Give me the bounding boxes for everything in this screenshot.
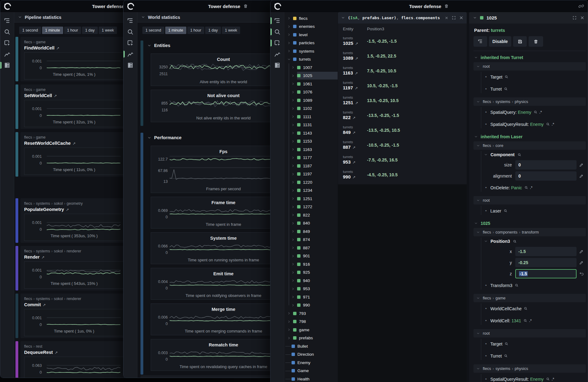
- magnifier-wrap[interactable]: [534, 110, 538, 114]
- result-entity-link[interactable]: 1089↗: [343, 55, 358, 61]
- tree-expand-icon[interactable]: [291, 221, 295, 225]
- delete-button[interactable]: [529, 36, 543, 47]
- field-edit[interactable]: [577, 163, 586, 167]
- component-value-link[interactable]: Enemy: [518, 110, 531, 115]
- magnifier-icon[interactable]: [513, 239, 517, 243]
- sidebar-search-button[interactable]: [127, 28, 134, 36]
- tree-item[interactable]: 1102: [285, 105, 338, 113]
- component-row[interactable]: •OnDelete: Panic.*: [478, 182, 586, 194]
- component-row[interactable]: •WorldCell: 1341.*: [478, 315, 586, 327]
- tree-item[interactable]: 916: [285, 260, 338, 268]
- tree-expand-icon[interactable]: [291, 123, 295, 127]
- time-range-button[interactable]: 1 second: [142, 27, 164, 34]
- field-edit[interactable]: [577, 272, 586, 276]
- tree-expand-icon[interactable]: [291, 115, 295, 118]
- magnifier-icon[interactable]: [517, 153, 521, 157]
- sidebar-chart-button[interactable]: [274, 50, 281, 58]
- tree-item[interactable]: level: [285, 31, 338, 39]
- field-edit[interactable]: [577, 249, 586, 254]
- field-input-z[interactable]: -1.5: [515, 269, 577, 278]
- query-result-row[interactable]: turrets849↗-13.5, -0.25, 10.5: [338, 123, 467, 138]
- tree-expand-icon[interactable]: [291, 172, 295, 176]
- result-entity-link[interactable]: 887↗: [343, 144, 356, 150]
- tree-item[interactable]: 1111: [285, 113, 338, 121]
- tree-item[interactable]: 1007: [285, 63, 338, 71]
- tree-expand-icon[interactable]: [291, 246, 295, 250]
- tree-expand-icon[interactable]: [291, 254, 295, 258]
- query-result-row[interactable]: turrets822↗-13.5, -0.25, -1.5: [338, 109, 467, 123]
- stat-card-title[interactable]: Commit↗: [24, 302, 46, 307]
- tree-item[interactable]: 1025: [285, 72, 338, 80]
- tree-item[interactable]: 1089: [285, 96, 338, 104]
- tree-expand-icon[interactable]: [291, 148, 295, 151]
- tree-item[interactable]: 798: [285, 318, 338, 326]
- sidebar-outliner-button[interactable]: [3, 17, 11, 24]
- tree-expand-icon[interactable]: [287, 33, 291, 36]
- tree-expand-icon[interactable]: [291, 189, 295, 192]
- magnifier-wrap[interactable]: [504, 354, 508, 358]
- query-result-row[interactable]: turrets1089↗1.5, -0.25, 22.5: [338, 49, 467, 64]
- result-entity-link[interactable]: 1197↗: [343, 85, 358, 90]
- chev-down-icon[interactable]: [341, 16, 345, 20]
- magnifier-wrap[interactable]: [504, 342, 508, 346]
- stat-card-title[interactable]: Render↗: [24, 255, 45, 260]
- query-result-row[interactable]: turrets953↗-7.5, -0.25, 16.5: [338, 153, 467, 168]
- tree-expand-icon[interactable]: [291, 139, 295, 143]
- field-input-y[interactable]: -0.25: [515, 258, 577, 267]
- tree-item[interactable]: 990: [285, 301, 338, 309]
- tree-item[interactable]: 1153: [285, 137, 338, 145]
- disable-button[interactable]: Disable: [489, 36, 511, 47]
- component-row[interactable]: •Target: [478, 71, 586, 83]
- tree-expand-icon[interactable]: [291, 205, 295, 209]
- tree-expand-icon[interactable]: [291, 164, 295, 168]
- result-entity-link[interactable]: 1025↗: [343, 41, 358, 46]
- tree-expand-icon[interactable]: [291, 131, 295, 135]
- component-row-expandable[interactable]: Component: [478, 150, 586, 159]
- time-range-button[interactable]: 1 week: [222, 27, 240, 34]
- tree-item[interactable]: 971: [285, 293, 338, 301]
- magnifier-wrap[interactable]: [524, 307, 528, 311]
- stat-card-title[interactable]: PopulateGeometry↗: [24, 207, 69, 212]
- component-group-header[interactable]: flecs›core: [473, 141, 586, 150]
- tree-item[interactable]: 793: [285, 309, 338, 317]
- component-value-link[interactable]: Panic: [511, 185, 522, 190]
- magnifier-wrap[interactable]: [546, 122, 550, 126]
- tree-item[interactable]: Direction: [285, 350, 338, 358]
- tree-item[interactable]: particles: [285, 39, 338, 47]
- result-entity-link[interactable]: 990↗: [343, 174, 356, 179]
- tree-item[interactable]: 849: [285, 227, 338, 235]
- close-icon[interactable]: [580, 15, 585, 20]
- tree-item[interactable]: 1272: [285, 203, 338, 211]
- component-value-link[interactable]: Enemy: [530, 377, 544, 382]
- expand-icon[interactable]: [572, 15, 577, 20]
- tree-expand-icon[interactable]: [291, 295, 295, 299]
- inspector-section-label[interactable]: inherited from Turret: [473, 55, 586, 60]
- tree-expand-icon[interactable]: [287, 320, 291, 324]
- tree-expand-icon[interactable]: [291, 180, 295, 184]
- magnifier-wrap[interactable]: [523, 319, 527, 323]
- time-range-button[interactable]: 1 minute: [165, 27, 186, 34]
- expand-icon[interactable]: [452, 15, 456, 20]
- tree-expand-icon[interactable]: [291, 271, 295, 274]
- tree-item[interactable]: 1251: [285, 195, 338, 203]
- tree-expand-icon[interactable]: [287, 25, 291, 28]
- query-result-row[interactable]: turrets887↗-10.5, -0.25, -1.5: [338, 138, 467, 153]
- tree-expand-icon[interactable]: [291, 107, 295, 110]
- stat-card-title[interactable]: FindWorldCell↗: [24, 45, 59, 50]
- magnifier-wrap[interactable]: [546, 377, 550, 381]
- tree-item[interactable]: 1163: [285, 145, 338, 153]
- stat-card-title[interactable]: DequeueRest↗: [24, 350, 58, 355]
- tree-item[interactable]: Game: [285, 367, 338, 375]
- tree-expand-icon[interactable]: [287, 336, 291, 340]
- time-range-button[interactable]: 1 hour: [187, 27, 204, 34]
- tree-item[interactable]: game: [285, 326, 338, 334]
- field-input-size[interactable]: 0: [515, 160, 577, 170]
- component-group-header[interactable]: flecs›systems›physics: [473, 97, 586, 106]
- component-group-header[interactable]: root: [473, 329, 586, 337]
- tree-item[interactable]: 901: [285, 252, 338, 260]
- chev-down-icon[interactable]: [141, 15, 145, 19]
- tree-expand-icon[interactable]: [291, 90, 295, 94]
- tree-item[interactable]: 1076: [285, 88, 338, 96]
- inspector-section-label[interactable]: inherited from Laser: [473, 134, 586, 139]
- tree-expand-icon[interactable]: [291, 279, 295, 282]
